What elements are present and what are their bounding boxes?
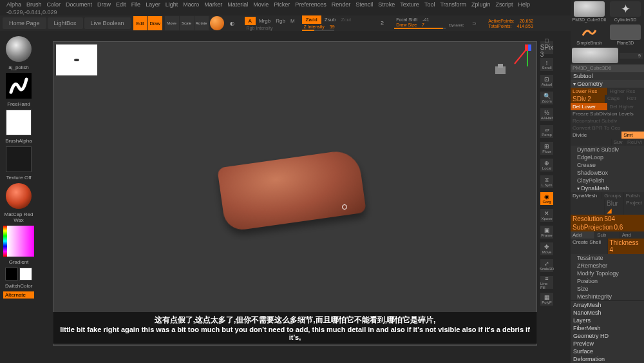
- tab-home[interactable]: Home Page: [3, 17, 46, 29]
- section-position[interactable]: Position: [571, 277, 644, 285]
- matcap-preview[interactable]: [6, 183, 32, 209]
- swatch-white[interactable]: [19, 268, 32, 280]
- section-fibermesh[interactable]: FiberMesh: [571, 324, 644, 332]
- menu-help[interactable]: Help: [518, 1, 531, 8]
- reuvl[interactable]: ReUVl: [625, 139, 644, 146]
- rt-zoom[interactable]: 🔍Zoom: [540, 92, 553, 104]
- viewport[interactable]: [53, 41, 537, 346]
- menu-zscript[interactable]: Zscript: [496, 1, 513, 8]
- section-geometry[interactable]: Geometry: [571, 80, 644, 88]
- brush-preview[interactable]: [6, 36, 32, 62]
- menu-document[interactable]: Document: [66, 1, 92, 8]
- polish[interactable]: Polish: [624, 192, 644, 199]
- menu-transform[interactable]: Transform: [440, 1, 466, 8]
- freeze-subdiv[interactable]: Freeze SubDivision Levels: [571, 110, 644, 117]
- groups[interactable]: Groups: [602, 192, 623, 199]
- higher-res[interactable]: Higher Res: [608, 88, 645, 95]
- section-arraymesh[interactable]: ArrayMesh: [571, 301, 644, 309]
- gradient-label[interactable]: Gradient: [9, 259, 29, 265]
- rt-lsym[interactable]: ⧖L.Sym: [540, 175, 553, 188]
- section-subtool[interactable]: Subtool: [571, 72, 644, 80]
- menu-material[interactable]: Material: [227, 1, 248, 8]
- reference-thumbnail[interactable]: [56, 44, 97, 75]
- sdiv[interactable]: SDiv 2: [571, 95, 605, 103]
- rotate-button[interactable]: Rotate: [194, 16, 209, 30]
- m-label[interactable]: M: [289, 18, 297, 24]
- section-shadowbox[interactable]: ShadowBox: [571, 169, 644, 177]
- add[interactable]: Add: [571, 231, 594, 239]
- z-intensity-slider[interactable]: [302, 30, 334, 31]
- section-tessimate[interactable]: Tessimate: [571, 254, 644, 262]
- draw-size-value[interactable]: 7: [420, 23, 426, 27]
- menu-texture[interactable]: Texture: [400, 1, 419, 8]
- rt-polyf[interactable]: ▦PolyF: [540, 293, 553, 306]
- section-claypolish[interactable]: ClayPolish: [571, 177, 644, 184]
- menu-brush[interactable]: Brush: [26, 1, 42, 8]
- edit-button[interactable]: Edit: [133, 16, 147, 30]
- menu-picker[interactable]: Picker: [274, 1, 290, 8]
- rt-xpose[interactable]: ✕Xpose: [540, 209, 553, 222]
- menu-zplugin[interactable]: Zplugin: [471, 1, 491, 8]
- thickness[interactable]: Thickness 4: [608, 239, 645, 254]
- dynamesh-btn[interactable]: DynaMesh: [571, 192, 601, 199]
- tab-liveboolean[interactable]: Live Boolean: [84, 17, 131, 29]
- menu-layer[interactable]: Layer: [146, 1, 160, 8]
- menu-marker[interactable]: Marker: [204, 1, 222, 8]
- rt-aahalf[interactable]: ½AAHalf: [540, 108, 553, 121]
- menu-preferences[interactable]: Preferences: [295, 1, 327, 8]
- zsub-label[interactable]: Zsub: [323, 17, 338, 23]
- swatch-black[interactable]: [5, 268, 18, 280]
- active-tool-thumb[interactable]: [572, 48, 618, 63]
- focal-shift-value[interactable]: -41: [421, 17, 431, 22]
- convert-bpr[interactable]: Convert BPR To Geo: [571, 124, 644, 132]
- axis-gizmo[interactable]: [508, 44, 531, 68]
- section-zremesher[interactable]: ZRemesher: [571, 262, 644, 270]
- create-shell[interactable]: Create Shell: [571, 239, 607, 254]
- del-higher[interactable]: Del Higher: [608, 103, 645, 110]
- d-handle-icon[interactable]: ⊃: [467, 16, 481, 30]
- suv[interactable]: Suv: [612, 139, 625, 146]
- rt-persp[interactable]: ▱Persp: [540, 125, 553, 138]
- tab-lightbox[interactable]: LightBox: [48, 17, 83, 29]
- menu-draw[interactable]: Draw: [97, 1, 111, 8]
- rt-local[interactable]: ⊕Local: [540, 159, 553, 172]
- sculpt-mesh[interactable]: [217, 148, 366, 232]
- section-crease[interactable]: Crease: [571, 161, 644, 169]
- draw-button[interactable]: Draw: [148, 16, 162, 30]
- sv-area[interactable]: [7, 226, 34, 257]
- menu-stencil[interactable]: Stencil: [355, 1, 373, 8]
- rt-actual[interactable]: ⊡Actual: [540, 75, 553, 88]
- mrgb-label[interactable]: Mrgb: [257, 18, 272, 24]
- zcut-label[interactable]: Zcut: [339, 17, 354, 23]
- tool-item-0[interactable]: PM3D_Cube3D6: [572, 1, 607, 22]
- move-button[interactable]: Move: [165, 16, 179, 30]
- a-button[interactable]: A: [245, 17, 256, 25]
- tool-item-2[interactable]: SimpleBrush: [572, 25, 607, 45]
- mode-ring-icon[interactable]: ◐: [225, 16, 240, 30]
- menu-color[interactable]: Color: [47, 1, 61, 8]
- rt-frame[interactable]: ▣Frame: [540, 226, 553, 239]
- divide[interactable]: Divide: [571, 132, 621, 139]
- del-lower[interactable]: Del Lower: [571, 103, 607, 110]
- draw-size-slider[interactable]: [394, 28, 446, 29]
- lower-res[interactable]: Lower Res: [571, 88, 607, 95]
- sub[interactable]: Sub: [595, 231, 619, 239]
- resolution[interactable]: Resolution 504: [571, 215, 644, 223]
- menu-edit[interactable]: Edit: [116, 1, 126, 8]
- smt[interactable]: Smt: [621, 132, 644, 139]
- switch-color[interactable]: SwitchColor: [5, 283, 33, 289]
- scale-button[interactable]: Scale: [180, 16, 194, 30]
- project[interactable]: Project: [624, 199, 644, 215]
- section-nanomesh[interactable]: NanoMesh: [571, 309, 644, 317]
- rt-linefill[interactable]: ≡Line Fill: [540, 276, 553, 289]
- texture-preview[interactable]: [6, 146, 32, 172]
- menu-light[interactable]: Light: [166, 1, 178, 8]
- rt-floor[interactable]: ⊞Floor: [540, 142, 553, 155]
- menu-file[interactable]: File: [131, 1, 141, 8]
- menu-macro[interactable]: Macro: [183, 1, 199, 8]
- section-dynamic-subdiv[interactable]: Dynamic Subdiv: [571, 146, 644, 153]
- section-deformation[interactable]: Deformation: [571, 355, 644, 363]
- rt-spix[interactable]: □SPix 3: [540, 41, 553, 54]
- section-surface[interactable]: Surface: [571, 348, 644, 355]
- and[interactable]: And: [620, 231, 644, 239]
